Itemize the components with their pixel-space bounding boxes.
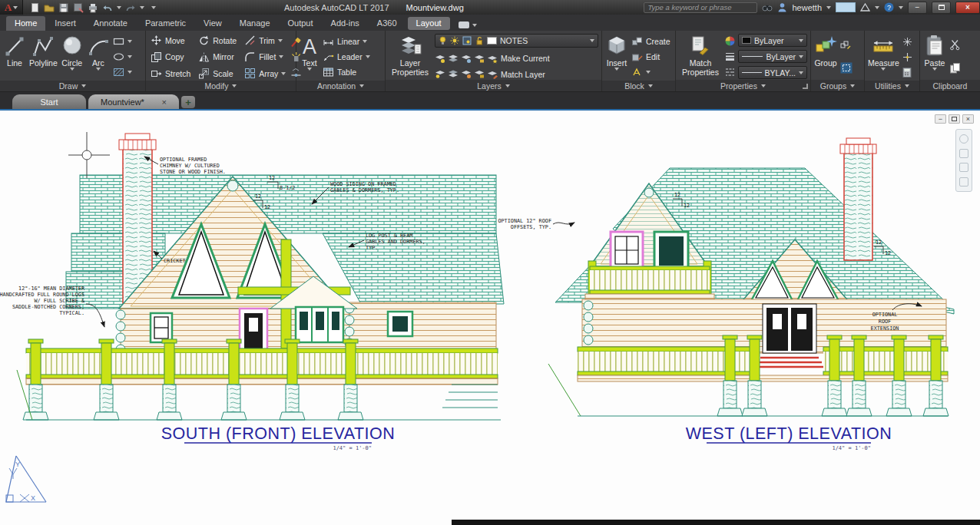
new-file-icon[interactable] — [29, 2, 40, 13]
linetype-dropdown[interactable]: BYLAY... — [738, 66, 807, 79]
layer-thaw-all-tool[interactable] — [461, 69, 472, 79]
block-attributes-tool[interactable] — [631, 64, 670, 80]
polyline-button[interactable]: Polyline — [29, 33, 58, 81]
rectangle-tool[interactable] — [113, 34, 132, 49]
group-selection-toggle[interactable] — [840, 60, 853, 75]
viewport-minimize-button[interactable]: − — [935, 114, 946, 124]
line-button[interactable]: Line — [3, 33, 26, 81]
orbit-icon[interactable] — [959, 177, 968, 187]
save-icon[interactable] — [58, 2, 69, 13]
help-icon[interactable]: ? — [884, 2, 894, 12]
array-button[interactable]: Array — [244, 68, 286, 79]
tab-insert[interactable]: Insert — [46, 16, 84, 31]
move-button[interactable]: Move — [151, 35, 190, 46]
tab-manage[interactable]: Manage — [231, 16, 279, 31]
application-menu-button[interactable]: A — [0, 0, 23, 15]
panel-label-draw[interactable]: Draw — [0, 81, 145, 91]
lineweight-icon[interactable] — [725, 51, 735, 61]
circle-button[interactable]: Circle — [61, 33, 84, 81]
trim-button[interactable]: Trim — [244, 35, 286, 46]
point-style-tool[interactable] — [902, 34, 912, 49]
dialog-launcher-icon[interactable] — [803, 84, 808, 89]
search-input[interactable] — [644, 2, 757, 13]
match-properties-button[interactable]: Match Properties — [679, 33, 722, 80]
layer-thaw-sun-icon[interactable] — [450, 36, 459, 45]
tab-parametric[interactable]: Parametric — [137, 16, 194, 31]
layer-unlock-tool[interactable] — [474, 69, 485, 79]
copy-clip-tool[interactable] — [949, 60, 961, 75]
tab-layout[interactable]: Layout — [408, 17, 450, 30]
tab-mountview[interactable]: Mountview*× — [88, 94, 179, 109]
layer-properties-button[interactable]: Layer Properties — [389, 33, 432, 80]
layer-vp-freeze-icon[interactable] — [462, 36, 472, 45]
close-button[interactable]: × — [955, 2, 980, 14]
panel-label-properties[interactable]: Properties — [676, 80, 810, 91]
navigation-wheel-icon[interactable] — [959, 134, 968, 144]
ribbon-display-toggle[interactable] — [459, 21, 477, 28]
ellipse-tool[interactable] — [113, 49, 132, 64]
panel-label-modify[interactable]: Modify — [146, 81, 296, 91]
create-block-button[interactable]: Create — [631, 34, 670, 49]
text-button[interactable]: A Text — [300, 33, 319, 81]
tab-addins[interactable]: Add-ins — [323, 16, 368, 31]
viewport-restore-button[interactable] — [949, 114, 960, 124]
tab-output[interactable]: Output — [280, 16, 322, 31]
tab-close-icon[interactable]: × — [162, 97, 167, 107]
paste-button[interactable]: Paste — [923, 33, 946, 80]
group-button[interactable]: Group — [814, 33, 837, 80]
linear-dimension-tool[interactable]: Linear — [323, 34, 370, 49]
plot-icon[interactable] — [88, 2, 98, 13]
hatch-tool[interactable] — [113, 64, 132, 80]
object-color-dropdown[interactable]: ByLayer — [738, 34, 807, 47]
restore-button[interactable] — [932, 2, 951, 14]
panel-label-utilities[interactable]: Utilities — [865, 81, 919, 91]
tab-a360[interactable]: A360 — [369, 16, 406, 31]
layer-off-tool[interactable] — [435, 54, 445, 64]
a360-icon[interactable] — [860, 3, 870, 12]
edit-block-button[interactable]: Edit — [631, 49, 670, 64]
tab-view[interactable]: View — [195, 16, 230, 31]
search-binoculars-icon[interactable] — [762, 3, 773, 12]
drawing-canvas[interactable]: OPTIONAL FRAMED CHIMNEY W/ CULTURED STON… — [0, 111, 980, 525]
minimize-button[interactable]: − — [908, 2, 927, 14]
panel-label-clipboard[interactable]: Clipboard — [920, 80, 980, 91]
match-layer-button[interactable]: Match Layer — [487, 69, 545, 79]
linetype-icon[interactable] — [725, 67, 735, 77]
fillet-button[interactable]: Fillet — [244, 51, 286, 63]
panel-label-annotation[interactable]: Annotation — [296, 81, 385, 91]
layer-unlock-icon[interactable] — [475, 36, 484, 45]
user-menu-caret-icon[interactable] — [826, 6, 831, 9]
id-point-tool[interactable] — [902, 49, 912, 64]
copy-button[interactable]: Copy — [151, 51, 190, 63]
layer-on-all-tool[interactable] — [435, 69, 445, 79]
color-wheel-icon[interactable] — [725, 36, 735, 46]
leader-tool[interactable]: Leader — [323, 49, 370, 64]
mirror-button[interactable]: Mirror — [198, 51, 237, 63]
communication-center[interactable] — [836, 2, 856, 12]
panel-label-layers[interactable]: Layers — [386, 80, 601, 91]
layer-freeze-tool[interactable] — [461, 54, 472, 64]
stretch-button[interactable]: Stretch — [151, 68, 190, 79]
layer-on-bulb-icon[interactable] — [439, 36, 447, 45]
layer-unisolate-tool[interactable] — [448, 69, 459, 79]
open-folder-icon[interactable] — [44, 2, 55, 13]
layer-lock-tool[interactable] — [474, 54, 485, 64]
lineweight-dropdown[interactable]: ByLayer — [738, 50, 807, 63]
viewport-close-button[interactable]: × — [962, 114, 974, 124]
undo-icon[interactable] — [102, 2, 113, 13]
qat-menu-caret-icon[interactable] — [151, 6, 156, 9]
username[interactable]: hewetth — [792, 3, 822, 12]
measure-button[interactable]: Measure — [868, 33, 899, 81]
tab-annotate[interactable]: Annotate — [85, 16, 136, 31]
insert-block-button[interactable]: Insert — [605, 33, 628, 81]
pan-icon[interactable] — [959, 149, 968, 158]
zoom-extents-icon[interactable] — [959, 163, 968, 172]
make-current-button[interactable]: Make Current — [487, 54, 550, 64]
new-drawing-button[interactable]: + — [181, 96, 195, 108]
scale-button[interactable]: Scale — [198, 68, 237, 79]
quick-calc-tool[interactable] — [902, 64, 912, 80]
layer-isolate-tool[interactable] — [448, 54, 459, 64]
layer-dropdown[interactable]: NOTES — [435, 34, 598, 48]
arc-button[interactable]: Arc — [87, 33, 110, 81]
rotate-button[interactable]: Rotate — [198, 35, 237, 46]
